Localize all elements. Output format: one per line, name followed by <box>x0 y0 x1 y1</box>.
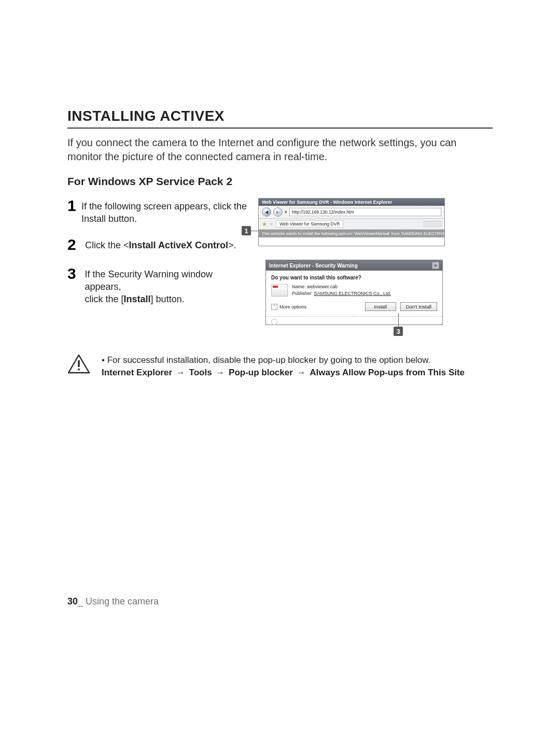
callout-1-badge: 1 <box>242 226 251 235</box>
page-footer: 30_ Using the camera <box>67 596 159 607</box>
svg-rect-1 <box>78 360 79 367</box>
ie-tab-row: ★ ✧ Web Viewer for Samsung DVR <box>259 219 444 230</box>
intro-text: If you connect the camera to the Interne… <box>67 136 493 164</box>
callout-3-line <box>398 313 399 327</box>
step-text: If the Security Warning window appears, … <box>85 266 249 306</box>
security-warning-dialog: Internet Explorer - Security Warning × D… <box>265 260 443 325</box>
dont-install-button[interactable]: Don't Install <box>400 302 437 311</box>
step3-line2c: ] button. <box>151 294 185 304</box>
step2-bold: Install ActiveX Control <box>129 240 228 250</box>
section-title: INSTALLING ACTIVEX <box>67 108 493 129</box>
svg-rect-2 <box>78 369 79 370</box>
address-bar[interactable]: http://192.168.130.12/index.htm <box>289 208 441 216</box>
path-part-3: Always Allow Pop-ups from This Site <box>310 368 465 377</box>
screenshots-column: 1 Web Viewer for Samsung DVR - Windows I… <box>258 198 466 325</box>
step2-pre: Click the < <box>85 240 129 250</box>
close-icon[interactable]: × <box>432 262 439 269</box>
warning-icon <box>67 354 90 374</box>
step-number: 1 <box>67 198 78 214</box>
path-part-1: Tools <box>189 368 212 377</box>
ie-titlebar: Web Viewer for Samsung DVR - Windows Int… <box>259 199 444 206</box>
activex-infobar[interactable]: This website wants to install the follow… <box>259 230 444 237</box>
footer-sep: _ <box>78 596 83 607</box>
browser-tab[interactable]: Web Viewer for Samsung DVR <box>276 220 343 228</box>
add-favorite-icon[interactable]: ✧ <box>269 221 274 228</box>
chevron-down-icon: ˅ <box>271 304 277 310</box>
step-text: Click the <Install ActiveX Control>. <box>85 237 236 251</box>
step-3: 3 If the Security Warning window appears… <box>67 266 249 306</box>
page-number: 30 <box>67 596 78 607</box>
back-button[interactable]: ◄ <box>262 207 271 217</box>
security-footer <box>266 316 442 325</box>
step-text: If the following screen appears, click t… <box>81 198 249 225</box>
security-question: Do you want to install this software? <box>271 275 437 280</box>
arrow-icon: → <box>214 368 226 377</box>
footer-section: Using the camera <box>83 596 159 607</box>
path-part-0: Internet Explorer <box>102 368 172 377</box>
ie-body <box>259 237 444 246</box>
url-text: http://192.168.130.12/index.htm <box>292 209 354 215</box>
callout-3-badge: 3 <box>394 327 403 336</box>
security-titlebar: Internet Explorer - Security Warning × <box>266 260 442 271</box>
ie-nav-row: ◄ ► ▾ http://192.168.130.12/index.htm <box>259 206 444 219</box>
steps-column: 1 If the following screen appears, click… <box>67 198 249 317</box>
step-1: 1 If the following screen appears, click… <box>67 198 249 225</box>
warning-note: • For successful installation, disable t… <box>67 354 493 379</box>
install-button[interactable]: Install <box>365 302 396 311</box>
step-2: 2 Click the <Install ActiveX Control>. <box>67 237 249 252</box>
name-value: webviewer.cab <box>307 284 338 289</box>
subheading: For Windows XP Service Pack 2 <box>67 175 493 188</box>
step3-bold: Install <box>124 294 151 304</box>
security-title-text: Internet Explorer - Security Warning <box>269 263 358 269</box>
favorites-icon[interactable]: ★ <box>262 221 267 228</box>
step3-line1: If the Security Warning window appears, <box>85 269 213 292</box>
name-label: Name: <box>292 284 306 289</box>
step3-line2a: click the [ <box>85 294 124 304</box>
step2-post: >. <box>228 240 236 250</box>
software-meta: Name: webviewer.cab Publisher: SAMSUNG E… <box>292 284 391 297</box>
step-number: 2 <box>67 237 82 252</box>
more-options-label: More options <box>279 304 306 309</box>
warning-bullet-1: • For successful installation, disable t… <box>102 354 465 366</box>
forward-button[interactable]: ► <box>273 207 283 217</box>
toolbar-stub <box>424 221 441 227</box>
publisher-label: Publisher: <box>292 291 313 296</box>
arrow-icon: → <box>175 368 187 377</box>
tab-label: Web Viewer for Samsung DVR <box>279 221 340 227</box>
ie-window: Web Viewer for Samsung DVR - Windows Int… <box>258 198 445 246</box>
step-number: 3 <box>67 266 82 281</box>
publisher-value: SAMSUNG ELECTRONICS Co., Ltd. <box>314 291 391 296</box>
path-part-2: Pop-up blocker <box>229 368 293 377</box>
arrow-icon: → <box>296 368 307 377</box>
more-options-toggle[interactable]: ˅ More options <box>271 304 306 310</box>
software-icon <box>271 284 288 297</box>
